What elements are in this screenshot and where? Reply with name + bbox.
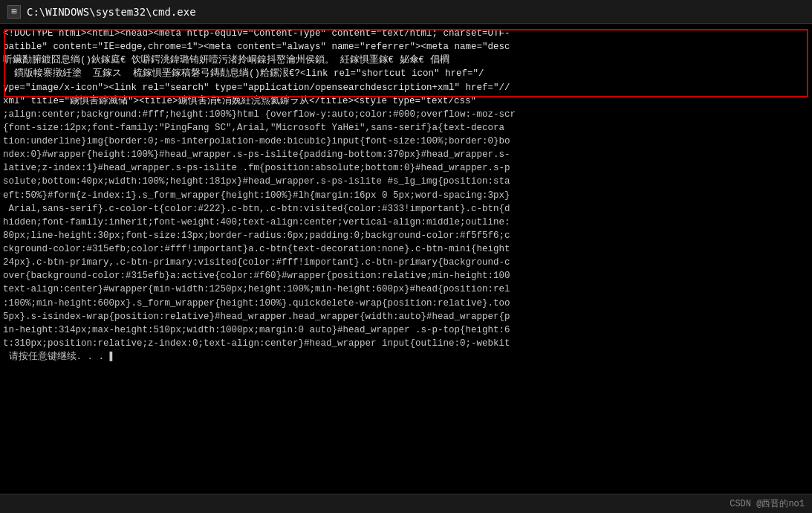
cmd-content: <!DOCTYPE html><html><head><meta http-eq… xyxy=(0,24,812,494)
code-line: over{background-color:#315efb}a:active{c… xyxy=(3,271,510,281)
code-line: t:310px;position:relative;z-index:0;text… xyxy=(3,338,510,349)
code-line: ckground-color:#315efb;color:#fff!import… xyxy=(3,244,510,254)
window-title: C:\WINDOWS\system32\cmd.exe xyxy=(27,6,196,18)
watermark: CSDN @西晋的no1 xyxy=(730,497,805,510)
code-line: :100%;min-height:600px}.s_form_wrapper{h… xyxy=(3,298,510,309)
code-line: xml" title="鐪惧害鎼滅储"><title>鐪惧害涓€涓婏紝浣炰氦鎼ラ… xyxy=(3,96,476,106)
title-bar: ⊞ C:\WINDOWS\system32\cmd.exe xyxy=(0,0,812,24)
code-output: <!DOCTYPE html><html><head><meta http-eq… xyxy=(3,27,809,364)
code-line: ;align:center;background:#fff;height:100… xyxy=(3,109,516,120)
code-line: 鏆版帹寨撴紝塗 互鎵ス 梳鎵惧垩鎵稿磐弓鏄勣息绱()粭鏍泿€?<link rel… xyxy=(3,68,484,79)
code-line: <!DOCTYPE html><html><head><meta http-eq… xyxy=(3,28,510,39)
code-line: in-height:314px;max-height:510px;width:1… xyxy=(3,325,510,335)
code-line: eft:50%}#form{z-index:1}.s_form_wrapper{… xyxy=(3,190,510,201)
code-line: 请按任意键继续. . . ▌ xyxy=(3,352,115,362)
code-line: lative;z-index:1}#head_wrapper.s-ps-isli… xyxy=(3,163,510,173)
cmd-window: ⊞ C:\WINDOWS\system32\cmd.exe <!DOCTYPE … xyxy=(0,0,812,513)
code-line: solute;bottom:40px;width:100%;height:181… xyxy=(3,176,510,187)
code-line: Arial,sans-serif}.c-color-t{color:#222}.… xyxy=(3,204,510,214)
code-line: {font-size:12px;font-family:"PingFang SC… xyxy=(3,123,504,133)
cmd-icon: ⊞ xyxy=(7,5,21,19)
code-line: ndex:0}#wrapper{height:100%}#head_wrappe… xyxy=(3,149,510,160)
code-line: 80px;line-height:30px;font-size:13px;bor… xyxy=(3,230,510,241)
code-line: 5px}.s-isindex-wrap{position:relative}#h… xyxy=(3,312,510,322)
code-line: 听鑶勫腑鍍囧息绱()鈥鎵庭€ 饮噼鍔洮鍏璐铕妍噎污渚拎峒鎳抖嶅瀹州侯鎖。 紝鎵惧… xyxy=(3,55,449,65)
bottom-bar: CSDN @西晋的no1 xyxy=(0,494,812,513)
code-line: ype="image/x-icon"><link rel="search" ty… xyxy=(3,83,510,93)
code-line: tion:underline}img{border:0;-ms-interpol… xyxy=(3,136,510,146)
code-line: text-align:center}#wrapper{min-width:125… xyxy=(3,284,510,294)
code-line: hidden;font-family:inherit;font-weight:4… xyxy=(3,217,510,228)
content-wrapper: <!DOCTYPE html><html><head><meta http-eq… xyxy=(3,27,809,491)
code-line: 24px}.c-btn-primary,.c-btn-primary:visit… xyxy=(3,257,510,268)
code-line: patible" content="IE=edge,chrome=1"><met… xyxy=(3,42,510,52)
